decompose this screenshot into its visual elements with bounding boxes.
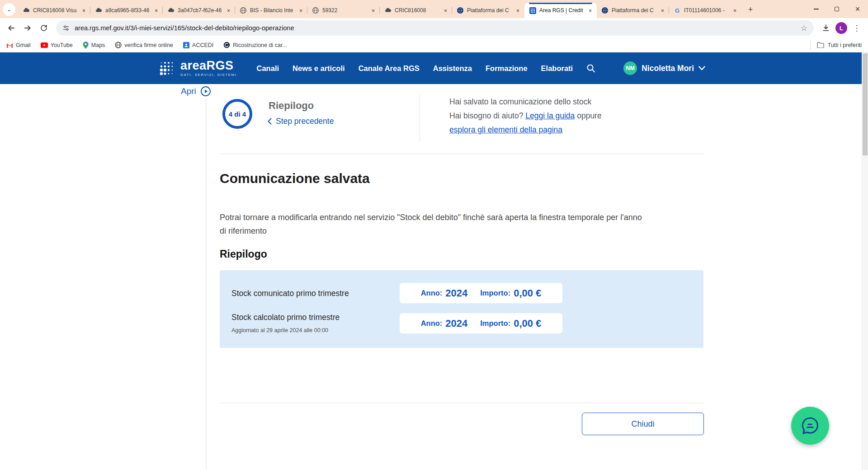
window-maximize-button[interactable] — [826, 0, 847, 18]
row-label-stock-calcolato: Stock calcolato primo trimestre — [231, 313, 340, 322]
apri-link[interactable]: Apri — [181, 86, 211, 97]
window-close-button[interactable]: × — [847, 0, 868, 18]
tab-close-icon[interactable]: × — [225, 7, 232, 14]
browser-tab[interactable]: BIS - Bilancio Inte × — [235, 3, 307, 18]
riepilogo-section-title: Riepilogo — [220, 248, 267, 260]
chevron-down-icon — [698, 66, 705, 70]
bookmark-label: verifica firme online — [124, 42, 173, 48]
all-bookmarks-button[interactable]: Tutti i preferiti — [810, 41, 862, 50]
row-label-stock-comunicato: Stock comunicato primo trimestre — [231, 289, 349, 298]
bookmark-youtube[interactable]: YouTube — [41, 42, 73, 48]
user-avatar: NM — [623, 61, 637, 75]
bookmark-ricostruzione[interactable]: Ricostruzione di car... — [223, 42, 287, 48]
tab-title: 3a047cb7-f62e-46 — [178, 7, 222, 14]
bookmark-maps[interactable]: Maps — [83, 42, 105, 49]
areargs-logo[interactable]: areaRGS DATI, SERVIZI, SISTEMI. — [159, 60, 239, 77]
step-title: Riepilogo — [269, 100, 314, 112]
nav-news-e-articoli[interactable]: News e articoli — [292, 64, 345, 73]
tab-close-icon[interactable]: × — [659, 7, 666, 14]
bookmark-gmail[interactable]: Gmail — [6, 42, 31, 48]
cloud-icon — [95, 7, 102, 14]
value-box-stock-calcolato: Anno: 2024 Importo: 0,00 € — [400, 313, 562, 334]
tab-close-icon[interactable]: × — [297, 7, 305, 14]
header-search-button[interactable] — [586, 64, 595, 73]
user-menu[interactable]: NM Nicoletta Mori — [623, 61, 705, 75]
page-description: Potrai tornare a modificarla entrando ne… — [220, 211, 642, 238]
riepilogo-panel: Stock comunicato primo trimestre Anno: 2… — [220, 270, 703, 348]
reload-button[interactable] — [37, 21, 51, 35]
window-minimize-button[interactable] — [806, 0, 826, 18]
leggi-la-guida-link[interactable]: Leggi la guida — [525, 111, 575, 120]
youtube-icon — [41, 42, 48, 48]
browser-tab[interactable]: 3a047cb7-f62e-46 × — [163, 3, 235, 18]
tab-title: CRIC816008 — [395, 7, 439, 14]
tab-close-icon[interactable]: × — [514, 7, 522, 14]
site-header: areaRGS DATI, SERVIZI, SISTEMI. Canali N… — [0, 52, 868, 84]
nav-formazione[interactable]: Formazione — [486, 64, 528, 73]
tab-close-icon[interactable]: × — [152, 7, 160, 14]
tab-close-icon[interactable]: × — [369, 7, 377, 14]
browser-tab-strip: ⌄ CRIC816008 Visua × a9ca6965-8f33-46 × … — [0, 0, 868, 18]
tab-title: Piattaforma dei C — [467, 7, 511, 14]
arrow-right-icon — [24, 24, 32, 32]
importo-label: Importo: — [480, 319, 510, 328]
value-box-stock-comunicato: Anno: 2024 Importo: 0,00 € — [400, 283, 562, 303]
cloud-icon — [384, 7, 392, 14]
cloud-icon — [23, 7, 30, 14]
maps-pin-icon — [83, 42, 89, 49]
chiudi-button[interactable]: Chiudi — [582, 413, 704, 435]
tab-close-icon[interactable]: × — [731, 7, 739, 14]
browser-tab[interactable]: Piattaforma dei C × — [452, 3, 524, 18]
download-icon — [822, 24, 830, 32]
reload-icon — [40, 24, 48, 32]
nav-assistenza[interactable]: Assistenza — [433, 64, 472, 73]
all-bookmarks-label: Tutti i preferiti — [828, 42, 862, 48]
browser-tab[interactable]: CRIC816008 × — [380, 3, 452, 18]
bookmark-accedi[interactable]: ACCEDI — [183, 42, 213, 48]
nav-canali[interactable]: Canali — [257, 64, 279, 73]
user-name: Nicoletta Mori — [642, 64, 694, 73]
step-precedente-link[interactable]: Step precedente — [268, 117, 334, 126]
bookmark-verifica-firme[interactable]: verifica firme online — [115, 42, 173, 48]
anno-label: Anno: — [421, 319, 443, 328]
scrollbar-thumb[interactable] — [863, 53, 868, 155]
browser-profile-avatar[interactable]: L — [835, 22, 847, 34]
minimize-icon — [814, 9, 819, 9]
tab-title: Area RGS | Crediti — [539, 7, 583, 14]
step-progress-badge: 4 di 4 — [222, 99, 252, 129]
back-button[interactable] — [5, 21, 18, 35]
tab-title: BIS - Bilancio Inte — [250, 7, 294, 14]
browser-toolbar: area.rgs.mef.gov.it/3/i-miei-servizi/165… — [0, 18, 868, 38]
downloads-button[interactable] — [819, 21, 833, 35]
tab-close-icon[interactable]: × — [80, 7, 88, 14]
tab-close-icon[interactable]: × — [442, 7, 449, 14]
bookmark-label: YouTube — [51, 42, 73, 48]
bookmark-label: Ricostruzione di car... — [233, 42, 287, 48]
new-tab-button[interactable]: + — [744, 3, 757, 16]
tab-search-button[interactable]: ⌄ — [3, 3, 15, 16]
bookmark-star-icon[interactable]: ☆ — [801, 24, 807, 33]
search-icon — [586, 64, 595, 73]
browser-tab[interactable]: CRIC816008 Visua × — [18, 3, 90, 18]
gmail-icon — [6, 42, 13, 48]
apri-label: Apri — [181, 86, 196, 96]
nav-canale-area-rgs[interactable]: Canale Area RGS — [359, 64, 420, 73]
browser-tab[interactable]: 59322 × — [307, 3, 380, 18]
address-bar[interactable]: area.rgs.mef.gov.it/3/i-miei-servizi/165… — [56, 20, 814, 36]
bookmark-label: Gmail — [16, 42, 31, 48]
forward-button[interactable] — [21, 21, 34, 35]
tab-title: a9ca6965-8f33-46 — [105, 7, 149, 14]
page-scrollbar[interactable] — [862, 52, 868, 470]
browser-tab[interactable]: Piattaforma dei C × — [597, 3, 669, 18]
browser-tab-active[interactable]: Area RGS | Crediti × — [524, 3, 597, 18]
esplora-elementi-link[interactable]: esplora gli elementi della pagina — [449, 125, 562, 134]
browser-tab[interactable]: G IT01114601006 - × — [669, 3, 741, 18]
anno-value: 2024 — [445, 287, 467, 299]
browser-tab[interactable]: a9ca6965-8f33-46 × — [90, 3, 163, 18]
page-title: Comunicazione salvata — [220, 171, 370, 186]
chat-fab-button[interactable] — [791, 407, 829, 445]
nav-elaborati[interactable]: Elaborati — [541, 64, 573, 73]
tab-close-icon[interactable]: × — [586, 7, 594, 14]
tab-title: CRIC816008 Visua — [33, 7, 77, 14]
browser-menu-button[interactable]: ⋮ — [850, 21, 863, 35]
